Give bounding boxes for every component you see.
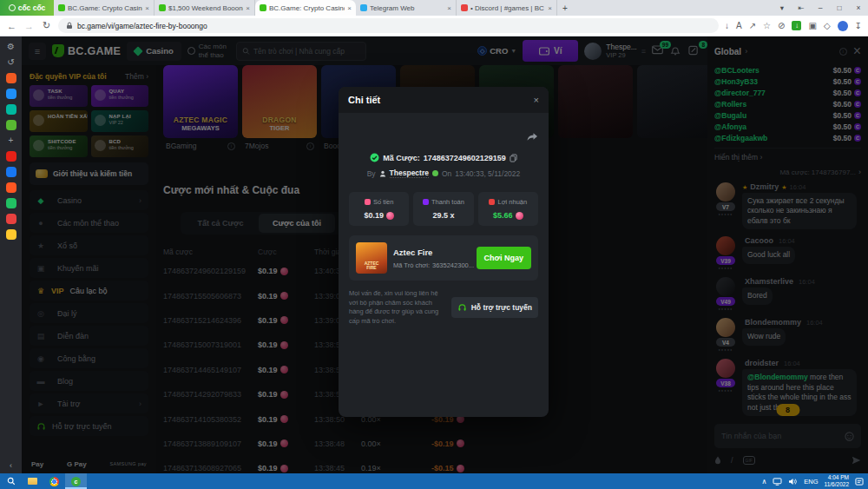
dock-app-icon[interactable] bbox=[6, 182, 16, 193]
dock-app-icon[interactable] bbox=[6, 167, 16, 177]
tab-close-icon[interactable]: × bbox=[246, 4, 250, 12]
dock-app-icon[interactable] bbox=[6, 198, 16, 208]
taskbar-search-button[interactable] bbox=[0, 473, 22, 489]
bet-datetime: 13:40:33, 5/11/2022 bbox=[455, 169, 520, 178]
game-thumbnail[interactable]: AZTECFIRE bbox=[356, 242, 387, 274]
close-icon[interactable]: × bbox=[534, 95, 539, 105]
address-bar[interactable]: bc.game/vi/game/aztec-fire-by-booongo bbox=[58, 18, 719, 33]
frog-emoji bbox=[432, 170, 438, 176]
brand-label: cốc cốc bbox=[18, 3, 46, 12]
system-tray: ∧ ENG 4:04 PM 11/6/2022 bbox=[761, 473, 868, 489]
tab-title: BC.Game: Crypto Casino Gan bbox=[269, 4, 345, 12]
tab-title: • Discord | #games | BC G bbox=[470, 4, 545, 12]
dock-app-icon[interactable]: ↺ bbox=[6, 57, 16, 68]
browser-tab[interactable]: BC.Game: Crypto Casino Gan × bbox=[255, 0, 356, 16]
browser-tab-bar: cốc cốc BC.Game: Crypto Casino Gan × $1,… bbox=[0, 0, 868, 16]
chrome-icon bbox=[49, 477, 59, 486]
notification-center-icon[interactable] bbox=[855, 478, 864, 486]
coin-icon bbox=[386, 212, 394, 220]
stat-box: Thanh toán 29.5 x bbox=[413, 192, 473, 226]
language-indicator[interactable]: ENG bbox=[804, 478, 818, 486]
tab-close-icon[interactable]: × bbox=[347, 4, 352, 12]
dock-app-icon[interactable] bbox=[6, 73, 16, 83]
new-tab-button[interactable]: + bbox=[557, 0, 573, 16]
tab-title: $1,500 Weekend Booongo M bbox=[168, 4, 243, 12]
bet-id-value: 1748637249602129159 bbox=[424, 154, 506, 162]
folder-icon bbox=[28, 478, 37, 485]
headset-icon bbox=[457, 303, 467, 312]
bcgame-site: ≡ BC.GAME Casino Các môn thể thao ◇CRO▼ … bbox=[22, 36, 868, 473]
back-button[interactable]: ← bbox=[6, 21, 17, 31]
share-icon[interactable]: ↗ bbox=[749, 21, 756, 30]
bookmark-star-icon[interactable]: ☆ bbox=[763, 21, 771, 30]
address-toolbar: ← → ↻ bc.game/vi/game/aztec-fire-by-booo… bbox=[0, 16, 868, 36]
tab-strip: BC.Game: Crypto Casino Gan × $1,500 Week… bbox=[54, 0, 557, 16]
windows-taskbar: c ∧ ENG 4:04 PM 11/6/2022 bbox=[0, 473, 868, 489]
tab-close-icon[interactable]: × bbox=[548, 4, 552, 12]
browser-tab[interactable]: $1,500 Weekend Booongo M × bbox=[155, 0, 255, 16]
volume-icon[interactable] bbox=[788, 478, 798, 486]
browser-tab[interactable]: • Discord | #games | BC G × bbox=[457, 0, 557, 16]
bet-details-modal: Chi tiết × Mã Cược: 1748637249602129159 … bbox=[339, 87, 549, 417]
lock-icon bbox=[66, 22, 73, 30]
browser-tab[interactable]: Telegram Web × bbox=[356, 0, 457, 16]
translate-icon[interactable]: A bbox=[736, 21, 742, 30]
copy-icon[interactable] bbox=[510, 154, 517, 162]
dock-app-icon[interactable]: + bbox=[6, 135, 16, 146]
minimize-button[interactable]: – bbox=[811, 3, 830, 12]
modal-title: Chi tiết bbox=[348, 95, 380, 105]
coccoc-brand[interactable]: cốc cốc bbox=[0, 0, 54, 16]
taskbar-coccoc[interactable]: c bbox=[65, 473, 87, 489]
tab-favicon bbox=[461, 4, 468, 11]
downloads-icon[interactable]: ↧ bbox=[855, 21, 862, 30]
toolbar-icons: ↓ A ↗ ☆ ⊘ ↓ ▣ ◇ ↧ bbox=[725, 21, 862, 31]
dock-app-icon[interactable] bbox=[6, 104, 16, 115]
person-icon bbox=[379, 170, 386, 177]
tab-favicon bbox=[360, 4, 367, 11]
bet-stats: Số tiền $0.19 Thanh toán 29.5 x Lợi nhuậ… bbox=[349, 192, 538, 226]
refresh-button[interactable]: ↻ bbox=[41, 20, 52, 31]
stat-icon bbox=[365, 199, 371, 205]
play-now-button[interactable]: Chơi Ngay bbox=[477, 247, 531, 269]
dock-app-icon[interactable] bbox=[6, 120, 16, 130]
by-label: By bbox=[367, 169, 376, 178]
close-button[interactable]: × bbox=[849, 3, 868, 12]
player-name[interactable]: Thespectre bbox=[390, 169, 429, 178]
browser-profile-avatar[interactable] bbox=[838, 21, 848, 31]
maximize-button[interactable]: □ bbox=[830, 3, 849, 12]
extension-icon[interactable]: ◇ bbox=[824, 21, 831, 30]
window-controls: ▾ ⇤ – □ × bbox=[773, 0, 868, 16]
side-panel-icon[interactable]: ⇤ bbox=[792, 3, 811, 12]
save-page-icon[interactable]: ↓ bbox=[725, 21, 729, 30]
dock-app-icon[interactable] bbox=[6, 214, 16, 224]
dock-app-icon[interactable] bbox=[6, 229, 16, 240]
dock-app-icon[interactable] bbox=[6, 89, 16, 99]
stat-box: Số tiền $0.19 bbox=[349, 192, 409, 226]
tab-close-icon[interactable]: × bbox=[145, 4, 149, 12]
on-label: On bbox=[442, 169, 451, 178]
coccoc-icon: c bbox=[71, 477, 81, 486]
dock-app-icon[interactable]: ⚙ bbox=[6, 42, 16, 52]
share-icon[interactable] bbox=[526, 132, 538, 142]
forward-button[interactable]: → bbox=[23, 21, 35, 31]
tab-search-icon[interactable]: ▾ bbox=[773, 3, 792, 12]
tab-favicon bbox=[58, 4, 65, 11]
game-id-label: Mã Trò chơi: bbox=[393, 261, 430, 269]
tab-close-icon[interactable]: × bbox=[447, 4, 451, 12]
taskbar-clock[interactable]: 4:04 PM 11/6/2022 bbox=[825, 474, 849, 488]
dock-app-icon[interactable] bbox=[6, 151, 16, 162]
extension-icon[interactable]: ▣ bbox=[808, 21, 816, 30]
adblock-shield-icon[interactable]: ⊘ bbox=[778, 21, 785, 30]
live-support-button[interactable]: Hỗ trợ trực tuyến bbox=[451, 297, 538, 318]
screen: cốc cốc BC.Game: Crypto Casino Gan × $1,… bbox=[0, 0, 868, 489]
bet-id-label: Mã Cược: bbox=[383, 154, 419, 162]
taskbar-file-explorer[interactable] bbox=[22, 473, 43, 489]
tray-expand-icon[interactable]: ∧ bbox=[761, 478, 766, 486]
tab-title: BC.Game: Crypto Casino Gan bbox=[68, 4, 142, 12]
downloader-extension-icon[interactable]: ↓ bbox=[792, 21, 801, 30]
network-icon[interactable] bbox=[773, 478, 782, 486]
browser-tab[interactable]: BC.Game: Crypto Casino Gan × bbox=[54, 0, 155, 16]
taskbar-chrome[interactable] bbox=[43, 473, 65, 489]
game-name: Aztec Fire bbox=[393, 248, 470, 257]
dock-collapse-icon[interactable]: ‹ bbox=[10, 461, 12, 470]
